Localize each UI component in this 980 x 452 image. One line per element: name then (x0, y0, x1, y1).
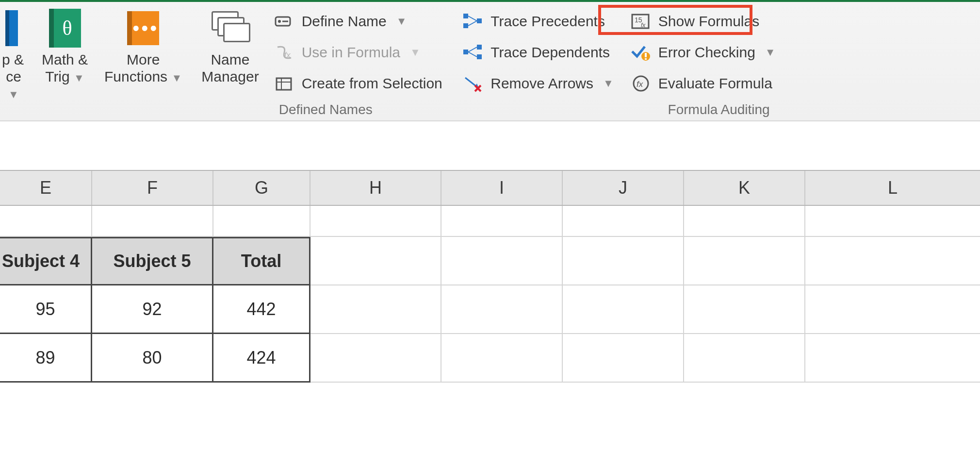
trace-dependents-button[interactable]: Trace Dependents (462, 41, 614, 64)
cell[interactable] (563, 334, 684, 383)
create-from-selection-button[interactable]: Create from Selection (274, 72, 442, 95)
evaluate-formula-icon: fx (630, 74, 652, 93)
cell[interactable] (805, 334, 980, 383)
error-checking-label: Error Checking (658, 44, 755, 61)
trace-precedents-button[interactable]: Trace Precedents (462, 10, 614, 33)
name-manager-label-1: Name (211, 51, 249, 68)
trace-dependents-icon (462, 43, 484, 62)
col-header-f[interactable]: F (92, 171, 213, 205)
chevron-down-icon: ▼ (396, 15, 407, 28)
auditing-col1: Trace Precedents Trace Dependents Remove… (462, 6, 614, 95)
cell[interactable] (310, 285, 441, 334)
svg-line-15 (468, 47, 477, 52)
cell[interactable] (563, 237, 684, 285)
cell[interactable] (213, 206, 310, 237)
cell[interactable] (310, 237, 441, 285)
cell[interactable] (563, 206, 684, 237)
cell[interactable]: 424 (213, 334, 310, 383)
more-functions-button[interactable]: ••• More Functions ▼ (102, 6, 184, 88)
cell-header-total[interactable]: Total (213, 237, 310, 285)
error-checking-button[interactable]: Error Checking ▼ (630, 41, 776, 64)
create-from-selection-label: Create from Selection (302, 75, 442, 92)
cell[interactable]: 95 (0, 285, 92, 334)
trace-dependents-label: Trace Dependents (490, 44, 610, 61)
name-manager-label-2: Manager (201, 68, 259, 85)
lookup-label-2: ce ▼ (2, 68, 25, 102)
group-label-defined-names: Defined Names (195, 102, 457, 117)
trace-precedents-label: Trace Precedents (490, 13, 605, 30)
cell[interactable] (684, 334, 805, 383)
show-formulas-button[interactable]: 15fx Show Formulas (630, 10, 776, 33)
col-header-h[interactable]: H (310, 171, 441, 205)
group-function-library: p & ce ▼ θ Math & Trig ▼ ••• More Functi… (0, 4, 194, 120)
svg-text:fx: fx (641, 22, 646, 29)
math-trig-button[interactable]: θ Math & Trig ▼ (40, 6, 90, 88)
chevron-down-icon: ▼ (765, 46, 776, 59)
cell[interactable]: 89 (0, 334, 92, 383)
lookup-ref-button[interactable]: p & ce ▼ (0, 6, 27, 105)
tag-icon (274, 12, 295, 31)
svg-point-1 (278, 20, 281, 23)
math-label-2: Trig ▼ (45, 68, 84, 85)
svg-rect-7 (463, 14, 468, 18)
cell[interactable] (563, 285, 684, 334)
cell[interactable] (805, 285, 980, 334)
trace-precedents-icon (462, 12, 484, 31)
cell[interactable] (441, 237, 563, 285)
cell[interactable]: 80 (92, 334, 213, 383)
table-row: 89 80 424 (0, 334, 980, 383)
cell[interactable]: 442 (213, 285, 310, 334)
remove-arrows-label: Remove Arrows (490, 75, 593, 92)
more-label-1: More (127, 51, 160, 68)
ribbon: p & ce ▼ θ Math & Trig ▼ ••• More Functi… (0, 0, 980, 121)
svg-rect-14 (477, 54, 482, 59)
spreadsheet-grid[interactable]: E F G H I J K L Subject 4 (0, 170, 980, 383)
table-row: Subject 4 Subject 5 Total (0, 237, 980, 285)
cell[interactable] (92, 206, 213, 237)
cell[interactable] (441, 206, 563, 237)
cell[interactable] (310, 206, 441, 237)
col-header-e[interactable]: E (0, 171, 92, 205)
cell[interactable] (684, 206, 805, 237)
cell[interactable] (684, 237, 805, 285)
card-stack-icon (212, 11, 248, 45)
defined-names-subbuttons: Define Name ▼ fx Use in Formula ▼ (274, 6, 442, 95)
name-manager-button[interactable]: Name Manager (199, 6, 261, 88)
evaluate-formula-label: Evaluate Formula (658, 75, 772, 92)
svg-text:fx: fx (637, 80, 643, 89)
svg-rect-26 (645, 58, 647, 60)
table-row (0, 206, 980, 237)
math-label-1: Math & (42, 51, 88, 68)
cell[interactable] (805, 237, 980, 285)
chevron-down-icon: ▼ (603, 77, 614, 90)
cell-header-subject5[interactable]: Subject 5 (92, 237, 213, 285)
grid-create-icon (274, 74, 295, 93)
cell[interactable] (0, 206, 92, 237)
cell[interactable]: 92 (92, 285, 213, 334)
cell-header-subject4[interactable]: Subject 4 (0, 237, 92, 285)
col-header-l[interactable]: L (805, 171, 980, 205)
col-header-j[interactable]: J (563, 171, 684, 205)
cell[interactable] (441, 285, 563, 334)
fx-icon: fx (274, 43, 295, 62)
col-header-g[interactable]: G (213, 171, 310, 205)
cell[interactable] (805, 206, 980, 237)
remove-arrows-button[interactable]: Remove Arrows ▼ (462, 72, 614, 95)
cell[interactable] (441, 334, 563, 383)
use-in-formula-button[interactable]: fx Use in Formula ▼ (274, 41, 442, 64)
define-name-button[interactable]: Define Name ▼ (274, 10, 442, 33)
svg-line-10 (468, 16, 477, 21)
show-formulas-label: Show Formulas (658, 13, 759, 30)
table-row: 95 92 442 (0, 285, 980, 334)
group-defined-names: Name Manager Define Name ▼ fx (195, 4, 457, 120)
col-header-i[interactable]: I (441, 171, 563, 205)
column-headers-row: E F G H I J K L (0, 170, 980, 206)
error-checking-icon (630, 43, 652, 62)
evaluate-formula-button[interactable]: fx Evaluate Formula (630, 72, 776, 95)
cell[interactable] (684, 285, 805, 334)
show-formulas-icon: 15fx (630, 12, 652, 31)
cell[interactable] (310, 334, 441, 383)
lookup-icon (5, 10, 18, 46)
more-label-2: Functions ▼ (104, 68, 182, 85)
col-header-k[interactable]: K (684, 171, 805, 205)
